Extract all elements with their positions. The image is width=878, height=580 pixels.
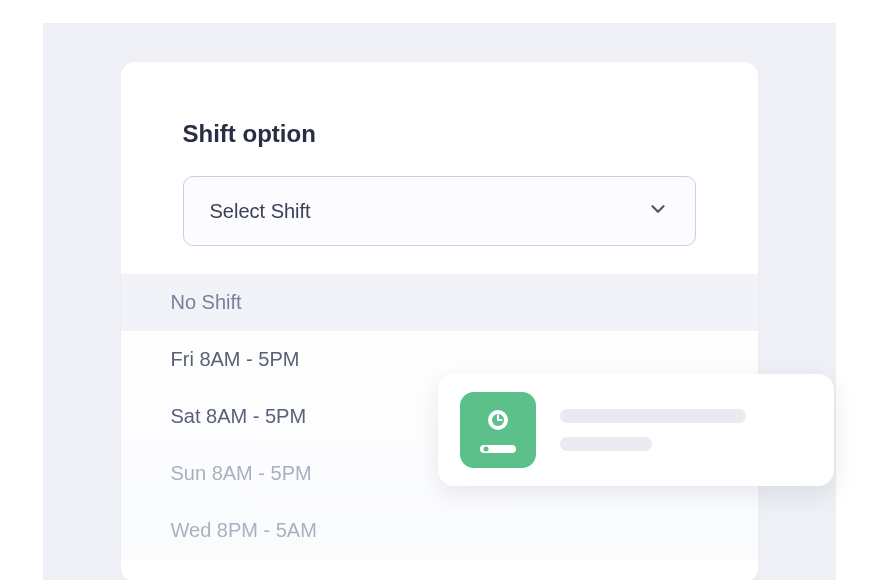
shift-info-popup bbox=[438, 374, 834, 486]
select-placeholder-text: Select Shift bbox=[210, 200, 311, 223]
shift-select-dropdown[interactable]: Select Shift bbox=[183, 176, 696, 246]
page-background: Shift option Select Shift No Shift Fri 8… bbox=[43, 23, 836, 580]
clock-icon bbox=[460, 392, 536, 468]
shift-option-card: Shift option Select Shift No Shift Fri 8… bbox=[121, 62, 758, 580]
popup-placeholder-lines bbox=[560, 409, 746, 451]
svg-point-5 bbox=[483, 447, 488, 452]
section-heading: Shift option bbox=[183, 120, 696, 148]
placeholder-line bbox=[560, 437, 652, 451]
placeholder-line bbox=[560, 409, 746, 423]
chevron-down-icon bbox=[647, 198, 669, 224]
shift-option-no-shift[interactable]: No Shift bbox=[121, 274, 758, 331]
shift-option-wed[interactable]: Wed 8PM - 5AM bbox=[121, 502, 758, 559]
